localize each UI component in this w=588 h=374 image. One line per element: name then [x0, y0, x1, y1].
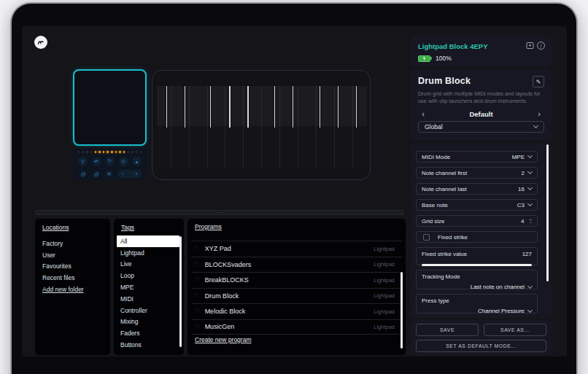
base-note-dropdown[interactable]: Base note C3	[416, 199, 538, 211]
tags-header[interactable]: Tags	[121, 224, 177, 231]
location-item-user[interactable]: User	[42, 249, 103, 261]
press-type-label: Press type	[422, 297, 532, 304]
base-note-value: C3	[517, 202, 525, 209]
tracking-mode-dropdown[interactable]: Tracking Mode Last note on channel	[416, 270, 538, 289]
favourite-heart-icon[interactable]: ♡	[194, 245, 200, 252]
favourite-heart-icon[interactable]: ♡	[194, 308, 200, 315]
programs-panel: Programs ♡ XYZ Pad Lightpad ♡ BLOCKSvade…	[187, 219, 406, 355]
tag-item-controller[interactable]: Controller	[117, 305, 179, 316]
location-item-favourites[interactable]: Favourites	[42, 260, 103, 272]
lock-open-icon	[94, 174, 98, 176]
set-as-default-mode-button[interactable]: SET AS DEFAULT MODE...	[416, 340, 546, 352]
press-type-dropdown[interactable]: Press type Channel Pressure	[416, 294, 538, 313]
program-row-xyz-pad[interactable]: ♡ XYZ Pad Lightpad	[191, 241, 402, 257]
key-separator	[171, 86, 171, 168]
mode-description: Drum grid with multiple MIDI modes and l…	[418, 90, 546, 105]
volume-button[interactable]: V	[78, 157, 88, 166]
black-key-line	[274, 86, 275, 128]
tag-item-midi[interactable]: MIDI	[117, 293, 179, 305]
favourite-heart-icon[interactable]: ♡	[194, 261, 200, 268]
loop-button[interactable]: ↻	[105, 157, 115, 166]
program-row-drum-block[interactable]: ♡ Drum Block Lightpad	[191, 288, 402, 304]
fixed-strike-value-slider[interactable]: Fixed strike value 127	[416, 247, 538, 265]
grid-mode-button[interactable]: ▣	[104, 169, 114, 179]
lightpad-touch-surface[interactable]	[73, 69, 147, 146]
led-dot	[86, 151, 88, 152]
tag-item-mpe[interactable]: MPE	[117, 281, 179, 293]
favourite-heart-icon[interactable]: ♡	[194, 292, 200, 300]
program-name: BreakBLOCKS	[205, 276, 374, 284]
program-row-musicgen[interactable]: ♡ MusicGen Lightpad	[191, 319, 402, 335]
programs-scrollbar[interactable]	[401, 272, 403, 348]
laptop-frame: V ⇄ ↻ ◎ ▲ ▣ − +	[10, 2, 578, 374]
tag-item-lightpad[interactable]: Lightpad	[117, 247, 179, 259]
seaboard-device-view[interactable]	[152, 70, 371, 180]
grid-size-stepper[interactable]: Grid size 4 + −	[416, 215, 538, 227]
program-row-melodic-block[interactable]: ♡ Melodic Block Lightpad	[191, 303, 402, 319]
charging-bolt-icon	[423, 56, 426, 61]
create-new-program-link[interactable]: Create new program	[195, 336, 251, 343]
tag-item-live[interactable]: Live	[117, 259, 179, 270]
stepper-arrows[interactable]: + −	[529, 218, 532, 225]
led-dot	[103, 151, 104, 152]
save-button[interactable]: SAVE	[416, 324, 479, 336]
tag-item-buttons[interactable]: Buttons	[117, 339, 179, 351]
location-item-factory[interactable]: Factory	[42, 238, 103, 249]
program-name: XYZ Pad	[205, 245, 374, 252]
info-icon[interactable]: i	[537, 42, 545, 50]
firmware-update-icon[interactable]	[526, 42, 534, 50]
play-button[interactable]: ▲	[132, 157, 142, 166]
fixed-strike-value: 127	[522, 251, 532, 257]
fixed-strike-label: Fixed strike	[438, 234, 532, 241]
led-dot	[82, 151, 84, 152]
program-row-breakblocks[interactable]: ♡ BreakBLOCKS Lightpad	[191, 272, 402, 288]
programs-header[interactable]: Programs	[195, 223, 398, 230]
fixed-strike-checkbox[interactable]	[423, 234, 430, 241]
grid-size-label: Grid size	[422, 218, 517, 225]
scope-dropdown[interactable]: Global	[418, 121, 544, 133]
favourite-heart-icon[interactable]: ♡	[194, 276, 200, 284]
program-name: Drum Block	[205, 292, 374, 300]
octave-shift-button[interactable]: ⇄	[92, 157, 101, 166]
key-separator	[189, 86, 190, 168]
note-channel-last-dropdown[interactable]: Note channel last 16	[416, 183, 538, 195]
program-row-blocksvaders[interactable]: ♡ BLOCKSvaders Lightpad	[191, 257, 402, 273]
settings-scrollbar[interactable]	[546, 144, 549, 281]
favourite-heart-icon[interactable]: ♡	[194, 323, 200, 330]
next-preset-button[interactable]: ›	[534, 109, 544, 118]
midi-mode-dropdown[interactable]: MIDI Mode MPE	[416, 151, 538, 163]
slider-track[interactable]	[422, 264, 532, 266]
lightpad-buttons-row2: ▣ − +	[78, 168, 142, 179]
led-dot	[119, 151, 120, 152]
program-name: BLOCKSvaders	[205, 261, 374, 268]
add-new-folder-link[interactable]: Add new folder	[42, 284, 103, 295]
minus-plus-slider[interactable]: − +	[117, 170, 142, 178]
led-dot	[131, 151, 133, 152]
tag-item-mixing[interactable]: Mixing	[117, 316, 179, 328]
note-channel-last-label: Note channel last	[422, 186, 514, 192]
lightpad-device-view[interactable]: V ⇄ ↻ ◎ ▲ ▣ − +	[73, 69, 147, 179]
edit-mode-button[interactable]: ✎	[533, 76, 544, 87]
tag-item-loop[interactable]: Loop	[117, 270, 179, 281]
led-dot	[98, 151, 100, 152]
locations-header[interactable]: Locations	[42, 224, 103, 231]
roli-logo-icon[interactable]	[34, 36, 47, 49]
save-as-button[interactable]: SAVE AS...	[484, 324, 546, 336]
lock-button[interactable]	[78, 169, 88, 179]
note-channel-first-dropdown[interactable]: Note channel first 2	[416, 167, 538, 179]
fixed-strike-checkbox-row[interactable]: Fixed strike	[416, 231, 538, 243]
tags-scrollbar[interactable]	[179, 236, 182, 347]
key-separator	[279, 86, 280, 168]
tag-item-all[interactable]: All	[117, 235, 179, 247]
stepper-down-icon[interactable]: −	[529, 221, 532, 225]
tag-item-faders[interactable]: Faders	[117, 327, 179, 339]
lightpad-buttons-row1: V ⇄ ↻ ◎ ▲	[78, 156, 142, 166]
fixed-strike-value-label: Fixed strike value	[422, 251, 519, 257]
location-item-recent-files[interactable]: Recent files	[42, 272, 103, 284]
browser-drag-handle[interactable]: ···	[35, 210, 404, 215]
previous-preset-button[interactable]: ‹	[418, 109, 428, 118]
tracking-mode-value: Last note on channel	[471, 284, 525, 290]
record-button[interactable]: ◎	[119, 157, 128, 166]
latch-button[interactable]	[91, 169, 101, 179]
led-dot	[78, 151, 80, 152]
